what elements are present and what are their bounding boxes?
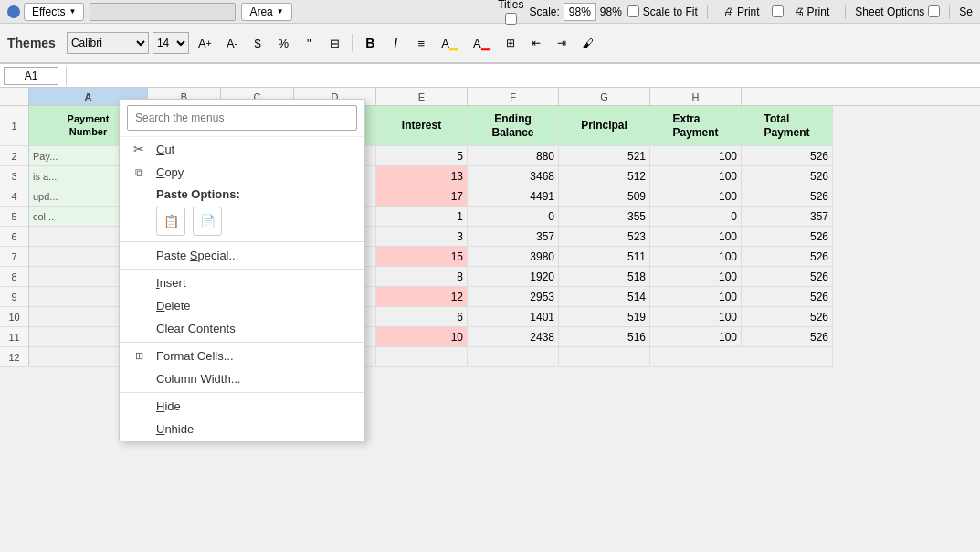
indent-increase-button[interactable]: ⇥	[551, 32, 573, 54]
menu-item-unhide[interactable]: Unhide	[120, 418, 364, 441]
menu-item-delete[interactable]: Delete	[120, 294, 364, 317]
cell-total7[interactable]: 526	[742, 247, 833, 267]
cell-g10[interactable]: 519	[559, 307, 650, 327]
italic-button[interactable]: I	[385, 32, 406, 54]
effects-slider[interactable]	[90, 3, 236, 21]
increase-font-button[interactable]: A+	[193, 32, 217, 54]
cell-g3[interactable]: 512	[559, 166, 650, 186]
highlight-button[interactable]: A▁	[436, 32, 464, 54]
cell-total5[interactable]: 357	[742, 207, 833, 227]
cell-e1[interactable]: Interest	[376, 106, 468, 146]
cell-g11[interactable]: 516	[559, 327, 650, 347]
cell-e2[interactable]: 5	[376, 146, 468, 166]
cell-e3[interactable]: 13	[376, 166, 468, 186]
cell-f7[interactable]: 3980	[468, 247, 559, 267]
menu-item-format-cells[interactable]: ⊞ Format Cells...	[120, 345, 364, 367]
cell-e9[interactable]: 12	[376, 287, 468, 307]
scale-to-fit-checkbox[interactable]	[627, 5, 639, 17]
cell-e5[interactable]: 1	[376, 207, 468, 227]
effects-button[interactable]: Effects ▼	[24, 3, 84, 21]
col-header-g[interactable]: G	[559, 88, 650, 105]
col-header-h[interactable]: H	[650, 88, 742, 105]
font-color-button[interactable]: A▁	[468, 32, 496, 54]
cell-e4[interactable]: 17	[376, 186, 468, 207]
paste-icon-btn-1[interactable]: 📋	[156, 207, 185, 236]
bold-button[interactable]: B	[359, 32, 381, 54]
menu-item-copy[interactable]: ⧉ Copy	[120, 161, 364, 184]
cell-rest12[interactable]	[650, 347, 833, 367]
titles-checkbox[interactable]	[505, 13, 517, 25]
cell-g4[interactable]: 509	[559, 186, 650, 207]
cell-f3[interactable]: 3468	[468, 166, 559, 186]
cell-e12[interactable]	[376, 347, 468, 367]
cell-extra3[interactable]: 100	[650, 166, 742, 186]
cell-extra9[interactable]: 100	[650, 287, 742, 307]
print-button-1[interactable]: 🖨 Print	[717, 1, 766, 23]
cell-e8[interactable]: 8	[376, 267, 468, 287]
cell-g5[interactable]: 355	[559, 207, 650, 227]
menu-item-clear-contents[interactable]: Clear Contents	[120, 317, 364, 340]
menu-search-input[interactable]	[127, 105, 357, 131]
cell-f1[interactable]: EndingBalance	[468, 106, 559, 146]
menu-item-insert[interactable]: Insert	[120, 271, 364, 294]
cell-extra8[interactable]: 100	[650, 267, 742, 287]
cell-g9[interactable]: 514	[559, 287, 650, 307]
currency-button[interactable]: $	[247, 32, 269, 54]
decrease-font-button[interactable]: A-	[221, 32, 243, 54]
cell-g8[interactable]: 518	[559, 267, 650, 287]
area-button[interactable]: Area ▼	[241, 3, 291, 21]
paint-brush-button[interactable]: 🖌	[576, 32, 599, 54]
col-header-f[interactable]: F	[468, 88, 559, 105]
menu-item-paste-special[interactable]: Paste Special...	[120, 244, 364, 267]
cell-extra10[interactable]: 100	[650, 307, 742, 327]
border-button[interactable]: ⊞	[500, 32, 522, 54]
indent-decrease-button[interactable]: ⇤	[525, 32, 547, 54]
print-checkbox[interactable]	[772, 5, 784, 17]
cell-e6[interactable]: 3	[376, 227, 468, 247]
cell-total6[interactable]: 526	[742, 227, 833, 247]
cell-f4[interactable]: 4491	[468, 186, 559, 207]
font-size-select[interactable]: 14	[153, 32, 189, 54]
cell-g6[interactable]: 523	[559, 227, 650, 247]
cell-extra11[interactable]: 100	[650, 327, 742, 347]
cell-extra6[interactable]: 100	[650, 227, 742, 247]
cell-f8[interactable]: 1920	[468, 267, 559, 287]
cell-e10[interactable]: 6	[376, 307, 468, 327]
print-button-2[interactable]: 🖨 Print	[787, 1, 837, 23]
font-family-select[interactable]: Calibri	[67, 32, 149, 54]
cell-total3[interactable]: 526	[742, 166, 833, 186]
cell-extra4[interactable]: 100	[650, 186, 742, 207]
align-button[interactable]: ≡	[410, 32, 432, 54]
cell-extra7[interactable]: 100	[650, 247, 742, 267]
cell-f2[interactable]: 880	[468, 146, 559, 166]
menu-item-hide[interactable]: Hide	[120, 395, 364, 418]
percent-button[interactable]: %	[272, 32, 294, 54]
cell-g7[interactable]: 511	[559, 247, 650, 267]
cell-total10[interactable]: 526	[742, 307, 833, 327]
cell-total8[interactable]: 526	[742, 267, 833, 287]
cell-total4[interactable]: 526	[742, 186, 833, 207]
cell-f5[interactable]: 0	[468, 207, 559, 227]
cell-total9[interactable]: 526	[742, 287, 833, 307]
cell-extra5[interactable]: 0	[650, 207, 742, 227]
sheet-options-checkbox[interactable]	[928, 5, 940, 17]
cell-f11[interactable]: 2438	[468, 327, 559, 347]
cell-g12[interactable]	[559, 347, 650, 367]
quotes-button[interactable]: "	[298, 32, 320, 54]
cell-g1[interactable]: Principal	[559, 106, 650, 146]
menu-item-cut[interactable]: ✂ Cut	[120, 137, 364, 161]
cell-f10[interactable]: 1401	[468, 307, 559, 327]
cell-total-payment-header[interactable]: TotalPayment	[742, 106, 833, 146]
formula-input[interactable]	[74, 67, 976, 85]
cell-f12[interactable]	[468, 347, 559, 367]
cell-e11[interactable]: 10	[376, 327, 468, 347]
cell-f6[interactable]: 357	[468, 227, 559, 247]
col-header-e[interactable]: E	[376, 88, 468, 105]
scale-input[interactable]	[564, 3, 596, 21]
cell-total11[interactable]: 526	[742, 327, 833, 347]
cell-e7[interactable]: 15	[376, 247, 468, 267]
special-button[interactable]: ⊟	[323, 32, 345, 54]
cell-total2[interactable]: 526	[742, 146, 833, 166]
menu-item-column-width[interactable]: Column Width...	[120, 367, 364, 390]
paste-icon-btn-2[interactable]: 📄	[193, 207, 222, 236]
